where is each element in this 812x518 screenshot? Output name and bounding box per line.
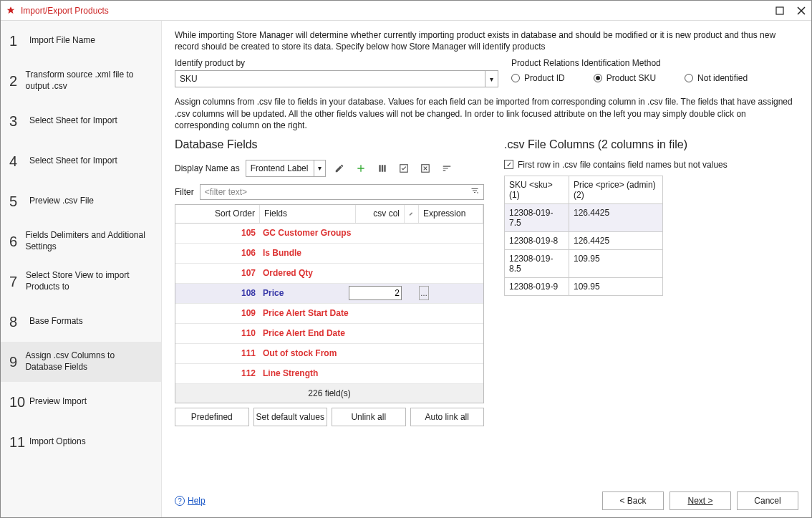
help-icon: ?: [175, 496, 185, 506]
grid-row[interactable]: 106Is Bundle: [175, 244, 483, 264]
display-name-select[interactable]: Frontend Label ▾: [246, 160, 326, 177]
intro-text: While importing Store Manager will deter…: [175, 29, 798, 52]
csv-row[interactable]: 12308-019-9109.95: [505, 278, 663, 296]
csv-col-1-header[interactable]: SKU <sku> (1): [505, 176, 569, 204]
main-panel: While importing Store Manager will deter…: [162, 21, 811, 517]
csv-col-input[interactable]: [349, 286, 402, 300]
window: Import/Export Products 1Import File Name…: [0, 0, 812, 518]
db-fields-title: Database Fields: [175, 138, 484, 151]
auto-link-button[interactable]: Auto link all: [410, 408, 485, 426]
grid-row[interactable]: 107Ordered Qty: [175, 264, 483, 284]
csv-columns-title: .csv File Columns (2 columns in file): [504, 138, 798, 151]
grid-row[interactable]: 112Line Strength: [175, 364, 483, 384]
relation-radio-group: Product ID Product SKU Not identified: [511, 73, 748, 83]
close-button[interactable]: [796, 5, 807, 16]
next-button[interactable]: Next >: [670, 491, 731, 510]
titlebar: Import/Export Products: [1, 1, 811, 21]
columns-icon[interactable]: [374, 160, 390, 176]
grid-row[interactable]: 109Price Alert Start Date: [175, 304, 483, 324]
set-defaults-button[interactable]: Set default values: [253, 408, 328, 426]
col-fields[interactable]: Fields: [260, 205, 356, 223]
cancel-button[interactable]: Cancel: [737, 491, 798, 510]
step-11[interactable]: 11Import Options: [1, 422, 161, 462]
assign-instructions: Assign columns from .csv file to fields …: [175, 96, 798, 131]
sort-icon[interactable]: [439, 160, 455, 176]
step-8[interactable]: 8Base Formats: [1, 302, 161, 342]
csv-row[interactable]: 12308-019-8.5109.95: [505, 250, 663, 278]
grid-row[interactable]: 110Price Alert End Date: [175, 324, 483, 344]
csv-row[interactable]: 12308-019-7.5126.4425: [505, 204, 663, 232]
grid-row[interactable]: 111Out of stock From: [175, 344, 483, 364]
filter-input[interactable]: <filter text>: [200, 184, 484, 200]
step-3[interactable]: 3Select Sheet for Import: [1, 101, 161, 141]
add-icon[interactable]: [353, 160, 369, 176]
first-row-label: First row in .csv file contains field na…: [518, 160, 728, 170]
grid-row[interactable]: 105GC Customer Groups: [175, 224, 483, 244]
csv-row[interactable]: 12308-019-8126.4425: [505, 232, 663, 250]
csv-col-2-header[interactable]: Price <price> (admin) (2): [569, 176, 663, 204]
relation-label: Product Relations Identification Method: [511, 58, 748, 68]
identify-label: Identify product by: [175, 58, 498, 68]
grid-footer: 226 field(s): [175, 384, 483, 403]
app-icon: [5, 5, 16, 16]
step-10[interactable]: 10Preview Import: [1, 382, 161, 422]
radio-product-sku[interactable]: Product SKU: [594, 73, 656, 83]
svg-rect-0: [776, 7, 783, 14]
help-link[interactable]: ? Help: [175, 496, 206, 506]
col-csv[interactable]: csv col: [356, 205, 405, 223]
grid-row[interactable]: 108Price…: [175, 284, 483, 304]
edit-icon[interactable]: [332, 160, 347, 176]
display-name-label: Display Name as: [175, 163, 240, 173]
col-sort-order[interactable]: Sort Order: [175, 205, 260, 223]
more-button[interactable]: …: [419, 286, 429, 300]
filter-label: Filter: [175, 187, 194, 197]
step-1[interactable]: 1Import File Name: [1, 21, 161, 61]
radio-product-id[interactable]: Product ID: [511, 73, 565, 83]
maximize-button[interactable]: [774, 5, 786, 16]
predefined-button[interactable]: Predefined: [175, 408, 249, 426]
step-2[interactable]: 2Transform source .xml file to output .c…: [1, 61, 161, 101]
step-7[interactable]: 7Select Store View to import Products to: [1, 262, 161, 302]
check-column-icon[interactable]: [396, 160, 412, 176]
csv-table: SKU <sku> (1) Price <price> (admin) (2) …: [504, 176, 663, 296]
step-9[interactable]: 9Assign .csv Columns to Database Fields: [1, 342, 161, 382]
first-row-checkbox[interactable]: ✓: [504, 160, 513, 169]
radio-icon: [511, 74, 520, 82]
radio-icon: [594, 74, 602, 82]
radio-not-identified[interactable]: Not identified: [685, 73, 748, 83]
unlink-all-button[interactable]: Unlink all: [332, 408, 406, 426]
step-4[interactable]: 4Select Sheet for Import: [1, 141, 161, 181]
window-title: Import/Export Products: [21, 6, 774, 16]
wizard-sidebar: 1Import File Name 2Transform source .xml…: [1, 21, 162, 517]
col-expression[interactable]: Expression: [419, 205, 483, 223]
radio-icon: [685, 74, 693, 82]
filter-clear-icon[interactable]: [470, 186, 479, 197]
chevron-down-icon[interactable]: ▾: [485, 71, 498, 87]
step-5[interactable]: 5Preview .csv File: [1, 181, 161, 221]
col-edit-icon[interactable]: [405, 205, 419, 223]
step-6[interactable]: 6Fields Delimiters and Additional Settin…: [1, 221, 161, 262]
db-fields-grid: Sort Order Fields csv col Expression 105…: [175, 204, 484, 403]
back-button[interactable]: < Back: [602, 491, 664, 510]
identify-select[interactable]: SKU ▾: [175, 70, 498, 87]
uncheck-column-icon[interactable]: [417, 160, 433, 176]
chevron-down-icon[interactable]: ▾: [314, 160, 325, 176]
